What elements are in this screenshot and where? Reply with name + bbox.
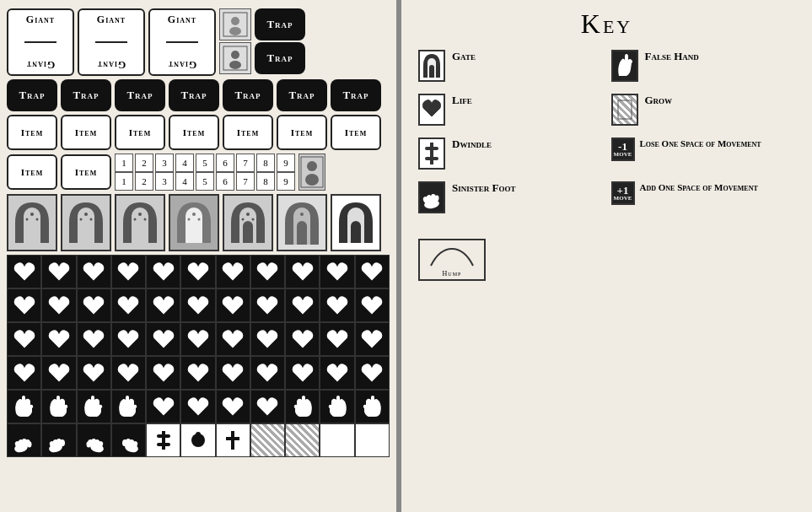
heart-r3-11	[355, 322, 390, 356]
svg-point-20	[90, 218, 93, 221]
life-label: Life	[452, 94, 472, 107]
heart-2	[41, 255, 76, 288]
svg-point-37	[243, 221, 253, 231]
row-traps: Trap Trap Trap Trap Trap Trap Trap	[7, 79, 390, 111]
false-hand-key-icon	[611, 50, 638, 82]
num-b2: 2	[135, 172, 153, 191]
heart-r2-11	[355, 288, 390, 322]
num-b5: 5	[196, 172, 214, 191]
dwindle-key-icon	[418, 137, 445, 170]
row-giants: Giant Giant Giant Giant Giant Giant	[7, 8, 390, 76]
svg-point-51	[351, 221, 361, 231]
num-3: 3	[155, 154, 174, 172]
orb-icon	[180, 423, 215, 457]
heart-r4-8	[250, 356, 285, 390]
heart-9	[285, 255, 320, 288]
heart-8	[250, 255, 285, 288]
sinister-foot-key-icon	[418, 181, 445, 213]
add-move-label: Add One Space of Movement	[640, 181, 758, 193]
heart-r2-5	[146, 288, 180, 322]
item-card-7: Item	[331, 115, 381, 150]
heart-r3-9	[285, 322, 320, 356]
heart-r3-3	[77, 322, 111, 356]
heart-r3-1	[7, 322, 41, 356]
key-item-gate: Gate	[418, 50, 603, 82]
hand-icon-1	[7, 390, 41, 423]
svg-point-19	[80, 218, 83, 221]
num-b3: 3	[155, 172, 174, 191]
heart-r3-4	[111, 322, 146, 356]
num-b6: 6	[216, 172, 234, 191]
item-card-3: Item	[115, 115, 165, 150]
heart-10	[320, 255, 354, 288]
svg-point-13	[26, 218, 29, 221]
trap-card-r2-2: Trap	[61, 79, 111, 111]
heart-r3-10	[320, 322, 354, 356]
giant-card-1: Giant Giant	[7, 8, 74, 76]
dwindle-label: Dwindle	[452, 137, 492, 151]
heart-r2-6	[180, 288, 215, 322]
grow-key-icon	[611, 94, 638, 126]
svg-point-5	[229, 61, 241, 69]
heart-4	[111, 255, 146, 288]
empty-cell	[320, 423, 354, 457]
heart-r4-11	[355, 356, 390, 390]
giant-label-bottom-2: Giant	[97, 58, 126, 71]
heart-mid-2	[180, 390, 215, 423]
svg-point-1	[231, 17, 239, 25]
left-panel: Giant Giant Giant Giant Giant Giant	[0, 0, 396, 512]
gate-label: Gate	[452, 50, 476, 63]
card-line	[24, 41, 56, 43]
lose-move-label: Lose One Space of Movement	[640, 137, 761, 149]
heart-row-2	[7, 288, 390, 322]
num-5: 5	[196, 154, 214, 172]
trap-card-r2-7: Trap	[331, 79, 381, 111]
svg-point-14	[36, 218, 39, 221]
pattern-box-2	[285, 423, 320, 457]
svg-rect-89	[425, 157, 438, 160]
key-item-add-move: +1 MOVE Add One Space of Movement	[611, 181, 796, 213]
gate-icon-5	[223, 194, 273, 251]
num-2: 2	[135, 154, 153, 172]
key-item-false-hand: False Hand	[611, 50, 796, 82]
small-images-group	[219, 8, 251, 74]
svg-point-7	[307, 161, 317, 171]
item-card-4: Item	[169, 115, 219, 150]
heart-r2-9	[285, 288, 320, 322]
icon-row-1	[7, 390, 390, 423]
heart-r2-10	[320, 288, 354, 322]
key-title: Key	[418, 8, 795, 40]
heart-r2-7	[216, 288, 250, 322]
giant-card-2: Giant Giant	[78, 8, 145, 76]
svg-point-2	[229, 27, 241, 35]
gate-key-icon	[418, 50, 445, 82]
svg-point-39	[242, 218, 245, 221]
gate-icon-6	[277, 194, 327, 251]
number-grid: 1 2 3 4 5 6 7 8 9 1 2 3 4 5 6 7 8 9	[115, 154, 295, 191]
item-card-1: Item	[7, 115, 57, 150]
card-line-2	[95, 41, 127, 43]
foot-icon-1	[7, 423, 41, 457]
key-item-grow: Grow	[611, 94, 796, 126]
svg-point-38	[246, 213, 250, 216]
hump-box: Hump	[418, 239, 486, 281]
item-card-8: Item	[7, 154, 57, 190]
heart-mid-3	[216, 390, 250, 423]
heart-r2-4	[111, 288, 146, 322]
icon-row-feet	[7, 423, 390, 457]
num-b8: 8	[256, 172, 275, 191]
heart-1	[7, 255, 41, 288]
hump-label: Hump	[443, 270, 462, 278]
gate-icon-1	[7, 194, 57, 251]
foot-icon-2	[41, 423, 76, 457]
svg-rect-76	[157, 443, 170, 446]
svg-point-45	[297, 221, 307, 231]
item-card-6: Item	[277, 115, 327, 150]
giant-card-3: Giant Giant	[148, 8, 216, 76]
cross-icon	[216, 423, 250, 457]
num-1: 1	[115, 154, 133, 172]
hand-icon-3	[77, 390, 111, 423]
num-4: 4	[175, 154, 194, 172]
trap-card-r2-5: Trap	[223, 79, 273, 111]
heart-row-1	[7, 255, 390, 288]
